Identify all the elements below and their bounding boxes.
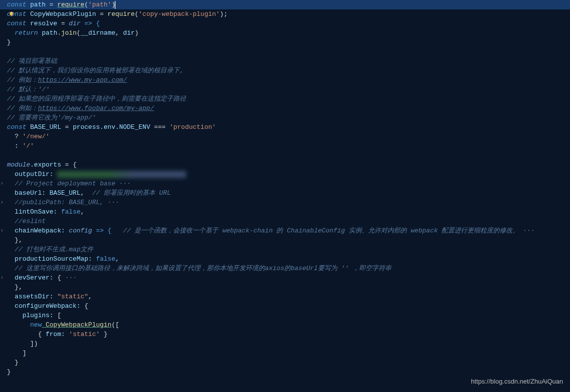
- code-line[interactable]: // 项目部署基础: [0, 56, 570, 66]
- svg-point-0: [10, 12, 13, 15]
- operator: =: [50, 0, 58, 9]
- cursor: [115, 1, 116, 9]
- string: '/new/': [22, 132, 50, 141]
- code-line[interactable]: ? '/new/': [0, 132, 570, 141]
- punct: ,: [80, 207, 84, 217]
- code-line[interactable]: // 例如：https://www.my-app.com/: [0, 75, 570, 85]
- boolean: false: [92, 254, 116, 264]
- code-line[interactable]: [0, 47, 570, 56]
- punct: ([: [112, 320, 120, 330]
- variable: .NODE_ENV: [115, 122, 154, 132]
- comment: // 例如：: [7, 104, 38, 113]
- code-line[interactable]: › chainWebpack: config => { // 是一个函数，会接收…: [0, 226, 570, 235]
- variable: .exports: [30, 160, 61, 169]
- fold-dots[interactable]: ···: [104, 198, 119, 207]
- comment: // 这里写你调用接口的基础路径，来解决跨域，如果设置了代理，那你本地开发环境的…: [7, 264, 391, 273]
- code-line[interactable]: return path..joinjoin(__dirname, dir): [0, 28, 570, 38]
- code-line[interactable]: › //publicPath: BASE_URL, ···: [0, 198, 570, 207]
- punct: ]: [7, 348, 26, 358]
- comment: // 默认：'/': [7, 85, 50, 94]
- punct: ,: [88, 292, 92, 301]
- comment: //publicPath: BASE_URL,: [7, 198, 104, 207]
- lightbulb-icon[interactable]: [8, 10, 15, 17]
- code-line[interactable]: // 默认情况下，我们假设你的应用将被部署在域的根目录下,: [0, 66, 570, 75]
- code-line[interactable]: outputDir:: [0, 169, 570, 179]
- code-line[interactable]: },: [0, 235, 570, 245]
- variable: resolve: [26, 19, 61, 28]
- code-line[interactable]: },: [0, 282, 570, 292]
- punct: ,: [116, 28, 124, 38]
- comment: // 默认情况下，我们假设你的应用将被部署在域的根目录下,: [7, 66, 184, 75]
- code-line[interactable]: //eslint: [0, 217, 570, 226]
- code-line[interactable]: productionSourceMap: false,: [0, 254, 570, 264]
- code-line[interactable]: new CopyWebpackPlugin([: [0, 320, 570, 330]
- code-line[interactable]: plugins: [: [0, 311, 570, 320]
- comment: // 部署应用时的基本 URL: [84, 188, 171, 198]
- fold-dots[interactable]: ···: [115, 179, 130, 188]
- chevron-right-icon[interactable]: ›: [0, 198, 3, 207]
- code-line[interactable]: lintOnSave: false,: [0, 207, 570, 217]
- chevron-right-icon[interactable]: ›: [0, 273, 3, 282]
- property: outputDir:: [7, 169, 54, 179]
- code-line[interactable]: configureWebpack: {: [0, 301, 570, 311]
- operator: = {: [61, 160, 76, 169]
- code-line[interactable]: baseUrl: BASE_URL, // 部署应用时的基本 URL: [0, 188, 570, 198]
- keyword: new: [7, 320, 42, 330]
- code-line[interactable]: // 需要将它改为'/my-app/': [0, 113, 570, 122]
- comment-link[interactable]: https://www.my-app.com/: [38, 75, 127, 85]
- code-line[interactable]: [0, 151, 570, 160]
- variable: path: [38, 28, 57, 38]
- function: require: [108, 9, 135, 19]
- fold-dots[interactable]: ···: [61, 273, 76, 282]
- code-line[interactable]: }: [0, 38, 570, 47]
- code-line[interactable]: : '/': [0, 141, 570, 151]
- punct: ,: [115, 254, 119, 264]
- blurred-value: [54, 169, 187, 179]
- property: plugins:: [7, 311, 54, 320]
- fold-dots[interactable]: ···: [519, 226, 534, 235]
- string: '/': [22, 141, 34, 151]
- boolean: false: [57, 207, 80, 217]
- variable: module: [7, 160, 30, 169]
- code-line[interactable]: // 默认：'/': [0, 85, 570, 94]
- chevron-right-icon[interactable]: ›: [0, 179, 3, 188]
- code-line[interactable]: const BASE_URL = process.env.NODE_ENV ==…: [0, 122, 570, 132]
- property: from:: [46, 330, 65, 339]
- code-line[interactable]: }: [0, 367, 570, 377]
- code-line[interactable]: const resolve = dir => {: [0, 19, 570, 28]
- comment-link[interactable]: https://www.foobar.com/my-app/: [38, 104, 154, 113]
- punct: (: [84, 0, 88, 9]
- property: configureWebpack:: [7, 301, 80, 311]
- operator: ?: [7, 132, 22, 141]
- variable: __dirname: [80, 28, 115, 38]
- comment: // 例如：: [7, 75, 38, 85]
- comment: // 项目部署基础: [7, 56, 57, 66]
- code-line[interactable]: module.exports = {: [0, 160, 570, 169]
- code-line[interactable]: assetsDir: "static",: [0, 292, 570, 301]
- code-line[interactable]: ]: [0, 348, 570, 358]
- code-line[interactable]: // 如果您的应用程序部署在子路径中，则需要在这指定子路径: [0, 94, 570, 104]
- code-line[interactable]: }: [0, 358, 570, 367]
- chevron-right-icon[interactable]: ›: [0, 226, 3, 235]
- watermark: https://blog.csdn.net/ZhuAiQuan: [471, 377, 563, 386]
- function: require: [57, 0, 84, 9]
- operator: ===: [154, 122, 169, 132]
- variable: process: [73, 122, 100, 132]
- code-line[interactable]: // 这里写你调用接口的基础路径，来解决跨域，如果设置了代理，那你本地开发环境的…: [0, 264, 570, 273]
- code-line[interactable]: ]): [0, 339, 570, 348]
- operator: =: [65, 122, 73, 132]
- code-line[interactable]: const path = require('path'): [0, 0, 570, 9]
- code-line[interactable]: const CopyWebpackPlugin = require('copy-…: [0, 9, 570, 19]
- punct: [: [54, 311, 62, 320]
- svg-rect-1: [10, 15, 12, 16]
- code-editor[interactable]: const path = require('path') const CopyW…: [0, 0, 570, 377]
- string: "static": [54, 292, 88, 301]
- keyword: return: [7, 28, 38, 38]
- property: devServer:: [7, 273, 54, 282]
- code-line[interactable]: // 例如：https://www.foobar.com/my-app/: [0, 104, 570, 113]
- code-line[interactable]: // 打包时不生成.map文件: [0, 245, 570, 254]
- code-line[interactable]: › devServer: { ···: [0, 273, 570, 282]
- code-line[interactable]: › // Project deployment base ···: [0, 179, 570, 188]
- parameter: config: [65, 226, 92, 235]
- code-line[interactable]: { from: 'static' }: [0, 330, 570, 339]
